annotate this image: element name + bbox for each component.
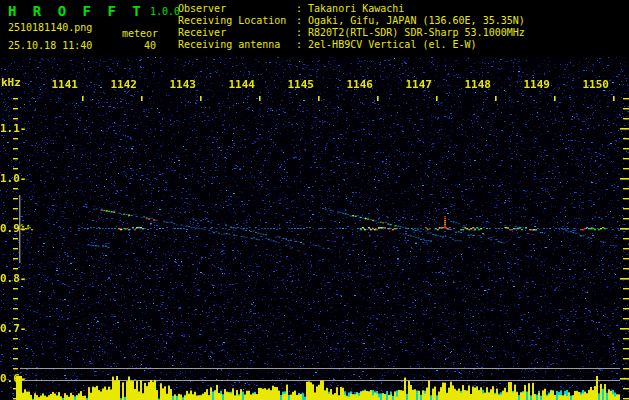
freq-label: 0.7- [0, 322, 20, 335]
info-value: : Ogaki, Gifu, JAPAN (136.60E, 35.35N) [296, 15, 525, 26]
app-version: 1.0.0 [150, 6, 180, 17]
freq-label: 1.1- [0, 122, 20, 135]
time-label: 1147 [400, 78, 432, 91]
info-row: Receiver: R820T2(RTL-SDR) SDR-Sharp 53.1… [178, 27, 525, 39]
observation-mode: meteor [122, 28, 158, 39]
time-label: 1149 [518, 78, 550, 91]
hrofft-screen: H R O F F T 1.0.0 2510181140.png meteor … [0, 0, 629, 400]
time-label: 1142 [105, 78, 137, 91]
time-label: 1145 [282, 78, 314, 91]
spectrogram: kHz 114111421143114411451146114711481149… [0, 57, 629, 400]
info-label: Receiving Location [178, 15, 296, 27]
info-row: Receiving Location: Ogaki, Gifu, JAPAN (… [178, 15, 525, 27]
info-row: Receiving antenna: 2el-HB9CV Vertical (e… [178, 39, 525, 51]
time-label: 1150 [577, 78, 609, 91]
freq-label: 0.8- [0, 272, 20, 285]
info-label: Receiving antenna [178, 39, 296, 51]
info-value: : Takanori Kawachi [296, 3, 404, 14]
echo-count: 40 [144, 40, 156, 51]
header: H R O F F T 1.0.0 2510181140.png meteor … [0, 0, 629, 57]
time-label: 1143 [164, 78, 196, 91]
time-label: 1146 [341, 78, 373, 91]
output-filename: 2510181140.png [8, 22, 92, 33]
time-label: 1144 [223, 78, 255, 91]
info-value: : R820T2(RTL-SDR) SDR-Sharp 53.1000MHz [296, 27, 525, 38]
app-title: H R O F F T [8, 3, 145, 19]
freq-label: 1.0- [0, 172, 20, 185]
info-label: Observer [178, 3, 296, 15]
info-row: Observer: Takanori Kawachi [178, 3, 525, 15]
time-label: 1148 [459, 78, 491, 91]
info-value: : 2el-HB9CV Vertical (el. E-W) [296, 39, 477, 50]
station-info: Observer: Takanori KawachiReceiving Loca… [178, 3, 525, 51]
time-label: 1141 [46, 78, 78, 91]
freq-label: 0.9- [0, 222, 20, 235]
khz-axis-label: kHz [1, 76, 21, 89]
observation-datetime: 25.10.18 11:40 [8, 40, 92, 51]
freq-label: 0.6- [0, 372, 20, 385]
info-label: Receiver [178, 27, 296, 39]
spectrogram-overlay [0, 57, 629, 400]
